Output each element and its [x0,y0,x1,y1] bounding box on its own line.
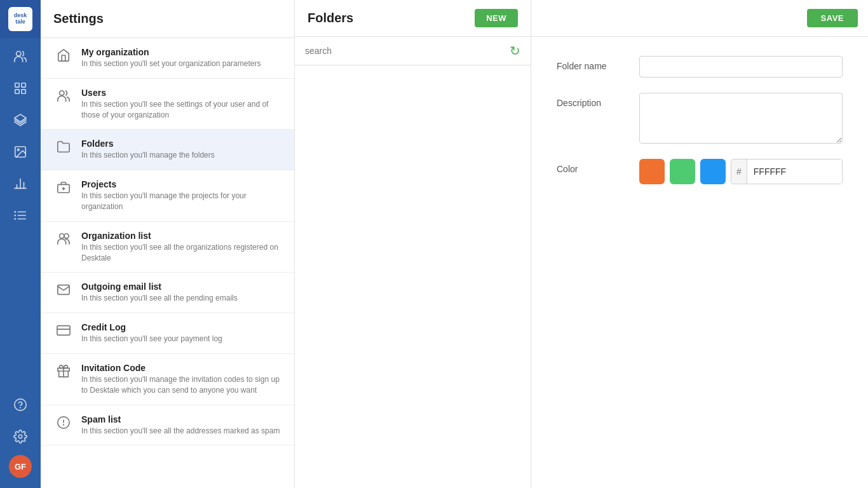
app-logo[interactable]: desk tale [0,0,41,38]
svg-rect-27 [57,326,70,336]
list-nav-icon[interactable] [6,201,34,229]
email-icon [53,283,74,297]
org-list-icon [53,232,74,246]
grid-nav-icon[interactable] [6,74,34,102]
my-organization-desc: In this section you'll set your organiza… [81,58,281,69]
folders-title: Folders [81,139,281,149]
settings-title: Settings [41,0,294,38]
sidebar-item-my-organization[interactable]: My organization In this section you'll s… [41,38,294,79]
color-row: Color # [557,159,843,184]
color-swatch-green[interactable] [670,159,695,184]
sidebar-item-outgoing-email[interactable]: Outgoing email list In this section you'… [41,273,294,313]
main-content: Folders NEW ↻ [295,0,531,488]
color-hex-input[interactable] [747,159,842,184]
invitation-title: Invitation Code [81,363,281,373]
user-avatar[interactable]: GF [9,455,32,478]
sidebar-item-spam-list[interactable]: Spam list In this section you'll see all… [41,405,294,446]
save-button[interactable]: SAVE [807,9,858,27]
chart-nav-icon[interactable] [6,170,34,198]
sidebar-item-organization-list[interactable]: Organization list In this section you'll… [41,222,294,273]
sidebar-item-invitation-code[interactable]: Invitation Code In this section you'll m… [41,354,294,405]
settings-menu: My organization In this section you'll s… [41,38,294,488]
refresh-icon[interactable]: ↻ [510,43,520,58]
folders-icon [53,140,74,154]
folders-desc: In this section you'll manage the folder… [81,150,281,161]
svg-rect-1 [15,83,19,87]
sidebar-item-credit-log[interactable]: Credit Log In this section you'll see yo… [41,313,294,354]
search-input[interactable] [305,46,510,56]
users-icon [53,89,74,103]
svg-point-7 [17,149,19,151]
description-row: Description [557,93,843,144]
folders-list [295,65,531,488]
folders-header: Folders NEW [295,0,531,37]
svg-rect-3 [15,90,19,93]
color-hash-symbol: # [731,159,747,184]
color-options: # [639,159,843,184]
organization-icon [53,48,74,62]
folder-name-label: Folder name [557,56,639,71]
svg-point-16 [14,215,16,217]
right-panel: SAVE Folder name Description Color # [531,0,868,488]
folder-name-input[interactable] [639,56,843,78]
users-title: Users [81,88,281,98]
credit-log-text: Credit Log In this section you'll see yo… [81,322,281,344]
right-panel-header: SAVE [531,0,868,37]
color-hex-wrapper: # [731,159,843,184]
spam-list-desc: In this section you'll see all the addre… [81,426,281,437]
credit-log-title: Credit Log [81,322,281,332]
credit-icon [53,323,74,337]
folders-title: Folders [308,11,353,25]
nav-bar: desk tale GF [0,0,41,488]
sidebar-item-folders[interactable]: Folders In this section you'll manage th… [41,130,294,170]
folder-name-row: Folder name [557,56,843,78]
outgoing-email-title: Outgoing email list [81,281,281,292]
svg-point-0 [17,51,21,56]
color-swatch-blue[interactable] [700,159,726,184]
projects-icon [53,180,74,194]
search-bar: ↻ [295,37,531,65]
users-text: Users In this section you'll see the set… [81,88,281,121]
description-input[interactable] [639,93,843,144]
color-label: Color [557,159,639,174]
color-swatch-orange[interactable] [639,159,665,184]
my-organization-title: My organization [81,47,281,57]
invitation-icon [53,364,74,378]
settings-nav-icon[interactable] [6,423,34,451]
outgoing-email-desc: In this section you'll see all the pendi… [81,293,281,304]
svg-point-15 [14,211,16,213]
org-list-title: Organization list [81,231,281,241]
org-list-desc: In this section you'll see all the organ… [81,242,281,264]
outgoing-email-text: Outgoing email list In this section you'… [81,281,281,304]
sidebar-item-projects[interactable]: Projects In this section you'll manage t… [41,170,294,222]
layers-nav-icon[interactable] [6,106,34,134]
help-nav-icon[interactable] [6,391,34,419]
svg-rect-2 [22,83,25,87]
projects-title: Projects [81,179,281,189]
svg-point-25 [60,234,64,238]
svg-point-26 [64,234,69,238]
invitation-text: Invitation Code In this section you'll m… [81,363,281,396]
svg-point-18 [15,399,26,410]
svg-point-20 [18,435,22,438]
sidebar-item-users[interactable]: Users In this section you'll see the set… [41,79,294,130]
my-organization-text: My organization In this section you'll s… [81,47,281,69]
svg-point-17 [14,218,16,220]
spam-icon [53,416,74,430]
projects-text: Projects In this section you'll manage t… [81,179,281,212]
svg-point-21 [60,91,64,95]
new-button[interactable]: NEW [475,9,518,27]
org-list-text: Organization list In this section you'll… [81,231,281,264]
spam-list-title: Spam list [81,414,281,424]
spam-list-text: Spam list In this section you'll see all… [81,414,281,437]
users-nav-icon[interactable] [6,43,34,71]
image-nav-icon[interactable] [6,138,34,166]
projects-desc: In this section you'll manage the projec… [81,191,281,212]
users-desc: In this section you'll see the settings … [81,99,281,121]
folders-text: Folders In this section you'll manage th… [81,139,281,161]
logo-text: desk tale [8,7,32,31]
svg-rect-4 [22,90,25,93]
settings-sidebar: Settings My organization In this section… [41,0,295,488]
description-label: Description [557,93,639,108]
nav-bottom: GF [6,389,34,488]
